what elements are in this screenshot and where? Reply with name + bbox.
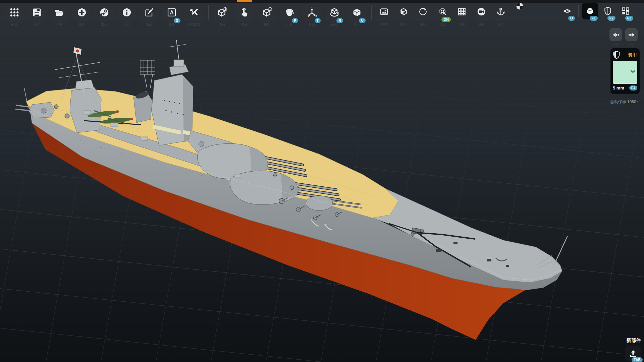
rotate-shortcut-badge: R <box>336 18 343 23</box>
main-toolbar: 菜单 保存 打开 新建 工坊 <box>5 3 511 22</box>
paint-shortcut-badge: P <box>292 18 298 23</box>
armor-material-dropdown[interactable] <box>613 61 637 84</box>
workshop-button[interactable] <box>95 3 114 22</box>
chevron-down-icon <box>631 70 635 73</box>
redo-button[interactable]: 重做 <box>625 28 638 41</box>
undo-arrow-icon <box>612 31 620 39</box>
undo-button[interactable]: 撤销 <box>609 28 622 41</box>
water-striations <box>0 30 644 188</box>
top-strip <box>0 0 644 3</box>
armor-panel: 装甲 5 mm F4 <box>610 48 640 94</box>
settings-button[interactable]: ON <box>433 3 451 21</box>
autosave-label: 自动保存 <box>610 100 626 104</box>
add-block-label: 添加 <box>210 23 234 27</box>
plus-circle-icon <box>77 7 87 17</box>
build-tools-button[interactable] <box>184 3 204 22</box>
visibility-button[interactable]: O <box>559 3 576 19</box>
shaded-cube-icon <box>399 7 408 16</box>
add-block-button[interactable] <box>212 3 231 22</box>
parts-mode-shortcut-badge: F3 <box>625 16 633 21</box>
active-tool-indicator <box>237 0 252 2</box>
undo-label: 撤销 <box>609 42 622 47</box>
menu-button[interactable] <box>5 3 24 22</box>
svg-text:A: A <box>170 9 173 15</box>
hand-pointer-icon <box>239 7 250 18</box>
rotate-block-button[interactable]: R <box>325 3 344 22</box>
armor-thickness-value: 5 mm <box>613 85 624 90</box>
armor-mode-button[interactable]: F2 <box>599 3 616 19</box>
steam-icon <box>99 7 109 17</box>
rotate-cube-icon <box>329 7 340 18</box>
translate-button[interactable]: Y Z X T <box>302 3 321 22</box>
info-icon <box>122 7 132 17</box>
scale-label: 尺寸 <box>344 23 369 27</box>
floor-grid-cross <box>0 0 644 362</box>
decal-shortcut-badge: G <box>174 18 180 23</box>
armor-shortcut-badge: F4 <box>629 85 637 90</box>
visibility-shortcut-badge: O <box>568 16 575 21</box>
open-button[interactable] <box>50 3 69 22</box>
grid-icon <box>457 7 467 16</box>
redo-arrow-icon <box>628 31 636 39</box>
redo-label: 重做 <box>625 42 638 47</box>
armor-panel-title: 装甲 <box>628 52 637 58</box>
remove-block-button[interactable] <box>257 3 276 22</box>
open-folder-icon <box>54 7 64 17</box>
paint-button[interactable]: P <box>280 3 299 22</box>
edit-label: 编辑 <box>137 23 161 27</box>
translate-label: 移动 <box>300 23 324 27</box>
build-mode-button[interactable]: F1 <box>582 3 598 19</box>
gear-wrench-icon <box>438 7 447 16</box>
edit-button[interactable] <box>140 3 159 22</box>
open-label: 打开 <box>47 23 71 27</box>
new-part-label: 新部件 <box>601 338 641 344</box>
new-part-button[interactable]: TAB <box>625 346 641 361</box>
scale-button[interactable]: U <box>347 3 366 22</box>
info-button[interactable] <box>117 3 136 22</box>
anchor-button[interactable] <box>492 3 510 21</box>
new-button[interactable] <box>72 3 91 22</box>
3d-viewport[interactable]: 菜单 保存 打开 新建 工坊 <box>0 0 644 362</box>
upload-arrow-icon <box>629 349 638 358</box>
svg-text:Y: Y <box>311 7 313 9</box>
modules-icon <box>621 6 630 16</box>
image-icon <box>379 7 389 16</box>
rotate-block-label: 旋转 <box>322 23 346 27</box>
cube-minus-icon <box>262 7 272 18</box>
select-button[interactable] <box>235 3 254 22</box>
shadow-button[interactable] <box>394 3 413 21</box>
cube-plus-icon <box>217 7 227 18</box>
paint-label: 油漆 <box>277 23 302 27</box>
cube-icon <box>585 6 595 16</box>
decal-button[interactable]: A G <box>162 3 181 22</box>
floor-grid <box>0 0 644 362</box>
new-label: 新建 <box>69 23 94 27</box>
letter-a-icon: A <box>167 7 177 17</box>
autosave-value: 1060 s <box>627 100 639 104</box>
save-icon <box>32 7 42 17</box>
edit-pencil-icon <box>144 7 154 17</box>
new-part-area: 新部件 TAB <box>601 338 641 361</box>
camera-button[interactable] <box>472 3 490 21</box>
workshop-label: 工坊 <box>92 23 116 27</box>
eye-icon <box>562 6 572 16</box>
save-button[interactable] <box>27 3 46 22</box>
rotate-arrow-icon <box>418 7 428 16</box>
tools-icon <box>189 7 199 17</box>
select-label: 选择 <box>232 23 257 27</box>
parts-mode-button[interactable]: F3 <box>617 3 634 19</box>
toolbar-separator <box>371 5 372 20</box>
camera-icon <box>477 7 486 16</box>
grid-button[interactable] <box>453 3 471 21</box>
mode-toolbar: O F1 F2 F3 <box>559 3 635 19</box>
background-button[interactable] <box>375 3 393 21</box>
grid-menu-icon <box>9 7 19 17</box>
new-part-shortcut-badge: TAB <box>632 357 643 362</box>
paint-bucket-icon <box>284 7 294 17</box>
menu-label: 菜单 <box>2 23 26 27</box>
turntable-button[interactable] <box>414 3 432 21</box>
armor-shield-icon <box>613 51 620 59</box>
decal-label: 贴花 <box>159 23 184 27</box>
build-tools-label: 建造工具 <box>182 23 206 27</box>
settings-on-badge: ON <box>441 17 451 22</box>
